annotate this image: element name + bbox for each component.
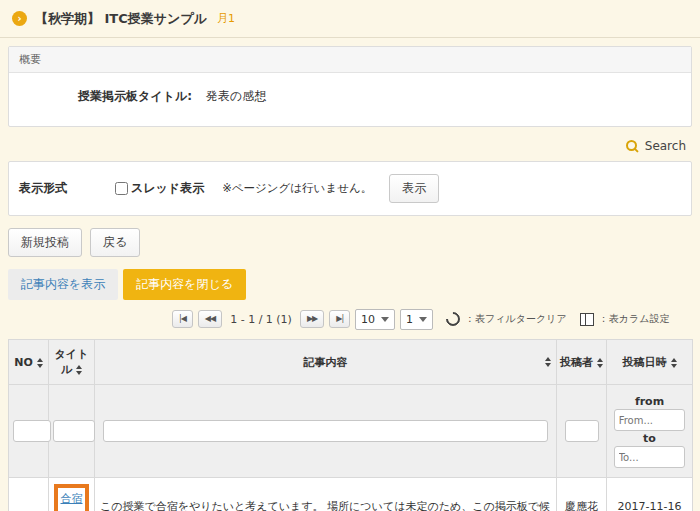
sort-icon[interactable] [597, 358, 603, 368]
column-config-label: ：表カラム設定 [599, 312, 670, 326]
search-icon [626, 140, 639, 153]
search-label: Search [645, 139, 686, 153]
back-button-top[interactable]: 戻る [90, 228, 140, 257]
first-page-button[interactable]: |◀ [172, 310, 193, 328]
post-content-text: この授業で合宿をやりたいと考えています。 場所については未定のため、この掲示板で… [100, 500, 550, 511]
cell-author: 慶應花子 [557, 478, 607, 511]
post-author-text: 慶應花子 [562, 498, 601, 511]
filter-clear-label: ：表フィルタークリア [465, 312, 567, 326]
posts-table: NO タイトル 記事内容 投稿者 投稿日時 from to [8, 339, 693, 511]
post-title-link[interactable]: 合宿について [60, 492, 83, 511]
chevron-down-icon [381, 317, 389, 322]
display-format-panel: 表示形式 スレッド表示 ※ページングは行いません。 表示 [8, 161, 692, 216]
thread-view-label[interactable]: スレッド表示 [131, 180, 204, 197]
column-header-author[interactable]: 投稿者 [557, 340, 607, 385]
tab-close-content[interactable]: 記事内容を閉じる [123, 269, 246, 300]
column-header-no-label: NO [14, 356, 33, 369]
paging-note: ※ページングは行いません。 [222, 181, 372, 196]
filter-no-input[interactable] [13, 420, 51, 442]
filter-date-to-input[interactable] [614, 446, 686, 468]
top-action-buttons: 新規投稿 戻る [8, 228, 692, 257]
column-header-posted-at-label: 投稿日時 [623, 356, 667, 369]
post-date: 2017-11-16 [612, 498, 687, 511]
page-size-select[interactable]: 10 [355, 309, 395, 330]
page-range-text: 1 - 1 / 1 (1) [230, 313, 292, 326]
display-format-label: 表示形式 [19, 180, 115, 197]
column-header-no[interactable]: NO [9, 340, 49, 385]
filter-clear-icon[interactable] [443, 309, 463, 329]
column-header-title-label: タイトル [55, 348, 89, 376]
filter-date-from-input[interactable] [614, 409, 686, 431]
highlight-annotation-box: 合宿について [54, 484, 89, 511]
filter-title-input[interactable] [53, 420, 95, 442]
thread-view-checkbox[interactable] [115, 182, 128, 195]
table-row: 1 合宿について この授業で合宿をやりたいと考えています。 場所については未定の… [9, 478, 693, 511]
column-header-title[interactable]: タイトル [49, 340, 95, 385]
table-header-row: NO タイトル 記事内容 投稿者 投稿日時 [9, 340, 693, 385]
cell-content: この授業で合宿をやりたいと考えています。 場所については未定のため、この掲示板で… [95, 478, 557, 511]
sort-icon[interactable] [545, 357, 551, 367]
prev-page-button[interactable]: ◀◀ [198, 310, 222, 328]
page-header: › 【秋学期】 ITC授業サンプル 月1 [0, 0, 700, 38]
chevron-down-icon [419, 317, 427, 322]
filter-author-input[interactable] [565, 420, 599, 442]
new-post-button-top[interactable]: 新規投稿 [8, 228, 82, 257]
table-filter-row: from to [9, 385, 693, 478]
filter-date-from-label: from [611, 395, 688, 408]
next-page-button[interactable]: ▶▶ [300, 310, 324, 328]
sort-icon[interactable] [671, 358, 677, 368]
last-page-button[interactable]: ▶| [329, 310, 350, 328]
overview-panel-title: 概要 [9, 47, 691, 73]
cell-posted-at: 2017-11-16 18:36 [607, 478, 693, 511]
content-tabs: 記事内容を表示 記事内容を閉じる [8, 269, 692, 300]
sort-icon[interactable] [37, 358, 43, 368]
term-badge: 月1 [217, 11, 235, 26]
sort-icon[interactable] [76, 365, 82, 375]
column-header-author-label: 投稿者 [560, 356, 593, 369]
cell-title: 合宿について [49, 478, 95, 511]
page-size-value: 10 [361, 313, 375, 326]
search-toggle[interactable]: Search [14, 137, 686, 155]
overview-panel: 概要 授業掲示板タイトル: 発表の感想 [8, 46, 692, 127]
column-header-posted-at[interactable]: 投稿日時 [607, 340, 693, 385]
page-number-value: 1 [406, 313, 413, 326]
filter-date-to-label: to [611, 432, 688, 445]
overview-panel-body: 授業掲示板タイトル: 発表の感想 [9, 73, 691, 126]
board-title-label: 授業掲示板タイトル: [9, 88, 192, 105]
tab-show-content[interactable]: 記事内容を表示 [8, 269, 118, 300]
board-title-value: 発表の感想 [206, 88, 266, 105]
filter-content-input[interactable] [103, 420, 548, 442]
column-config-icon[interactable] [580, 313, 594, 326]
page-number-select[interactable]: 1 [400, 309, 433, 330]
page-title: 【秋学期】 ITC授業サンプル [35, 10, 207, 28]
column-header-content-label: 記事内容 [304, 356, 348, 369]
show-button[interactable]: 表示 [389, 174, 439, 203]
pagination-bar: |◀ ◀◀ 1 - 1 / 1 (1) ▶▶ ▶| 10 1 ：表フィルタークリ… [172, 307, 692, 331]
cell-no: 1 [9, 478, 49, 511]
column-header-content[interactable]: 記事内容 [95, 340, 557, 385]
breadcrumb-arrow-icon: › [12, 11, 27, 26]
